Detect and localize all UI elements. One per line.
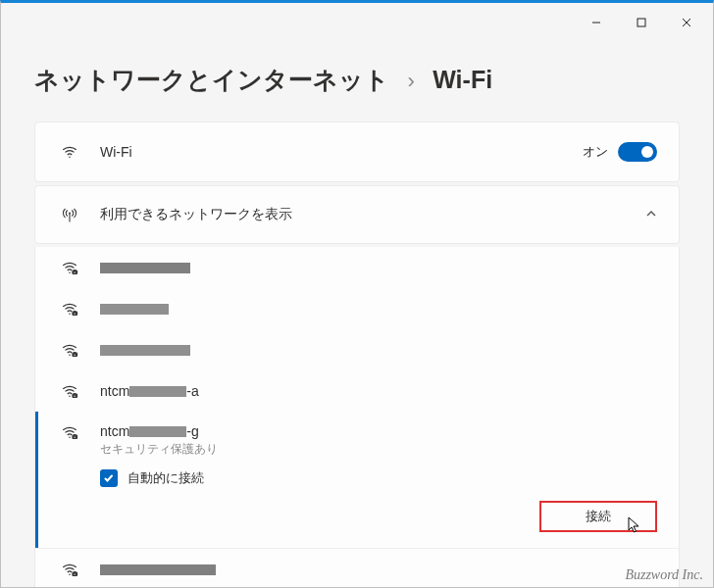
titlebar	[1, 3, 713, 42]
wifi-icon	[59, 143, 80, 161]
available-networks-card[interactable]: 利用できるネットワークを表示	[34, 185, 680, 244]
svg-point-22	[69, 574, 71, 576]
available-networks-label: 利用できるネットワークを表示	[100, 206, 292, 223]
antenna-icon	[59, 206, 80, 223]
auto-connect-label: 自動的に接続	[128, 469, 204, 487]
minimize-button[interactable]	[574, 8, 619, 37]
maximize-button[interactable]	[619, 8, 664, 37]
wifi-lock-icon	[59, 300, 80, 318]
network-item[interactable]: ntcm-a	[35, 370, 679, 412]
footer-brand: Buzzword Inc.	[625, 567, 703, 583]
wifi-toggle-card[interactable]: Wi-Fi オン	[34, 122, 680, 182]
network-item[interactable]	[35, 247, 679, 288]
svg-point-7	[69, 272, 71, 274]
network-ssid	[100, 564, 216, 575]
network-ssid: ntcm-a	[100, 383, 199, 399]
selected-network-ssid: ntcm-g	[100, 423, 218, 439]
connect-button-label: 接続	[586, 508, 611, 525]
network-item[interactable]	[35, 288, 679, 329]
svg-point-4	[69, 157, 71, 159]
security-label: セキュリティ保護あり	[100, 441, 218, 458]
network-list: ntcm-a ntcm-g セキュリティ保護あり 自動的に接続	[34, 247, 680, 588]
wifi-toggle[interactable]	[618, 142, 657, 162]
breadcrumb-current: Wi-Fi	[433, 66, 492, 93]
auto-connect-row[interactable]: 自動的に接続	[100, 469, 657, 487]
network-ssid	[100, 304, 169, 315]
svg-point-16	[69, 396, 71, 398]
wifi-lock-icon	[59, 382, 80, 400]
svg-point-13	[69, 355, 71, 357]
cursor-icon	[628, 516, 641, 537]
network-ssid	[100, 263, 190, 273]
chevron-right-icon: ›	[393, 69, 428, 93]
svg-point-10	[69, 314, 71, 316]
toggle-state-label: オン	[583, 143, 608, 161]
wifi-lock-icon	[59, 259, 80, 276]
breadcrumb-parent[interactable]: ネットワークとインターネット	[34, 66, 389, 93]
wifi-lock-icon	[59, 341, 80, 359]
svg-point-19	[69, 437, 71, 439]
wifi-lock-icon	[59, 423, 80, 441]
network-item[interactable]	[35, 548, 679, 588]
auto-connect-checkbox[interactable]	[100, 469, 118, 487]
wifi-lock-icon	[59, 561, 80, 578]
network-item[interactable]	[35, 329, 679, 370]
breadcrumb: ネットワークとインターネット › Wi-Fi	[1, 42, 713, 122]
network-ssid	[100, 345, 190, 356]
wifi-label: Wi-Fi	[100, 144, 132, 160]
svg-rect-1	[638, 19, 645, 26]
network-item-selected[interactable]: ntcm-g セキュリティ保護あり 自動的に接続 接続	[35, 412, 679, 548]
svg-point-6	[69, 213, 71, 215]
close-button[interactable]	[664, 8, 709, 37]
connect-button[interactable]: 接続	[539, 501, 657, 532]
chevron-up-icon	[645, 206, 657, 223]
